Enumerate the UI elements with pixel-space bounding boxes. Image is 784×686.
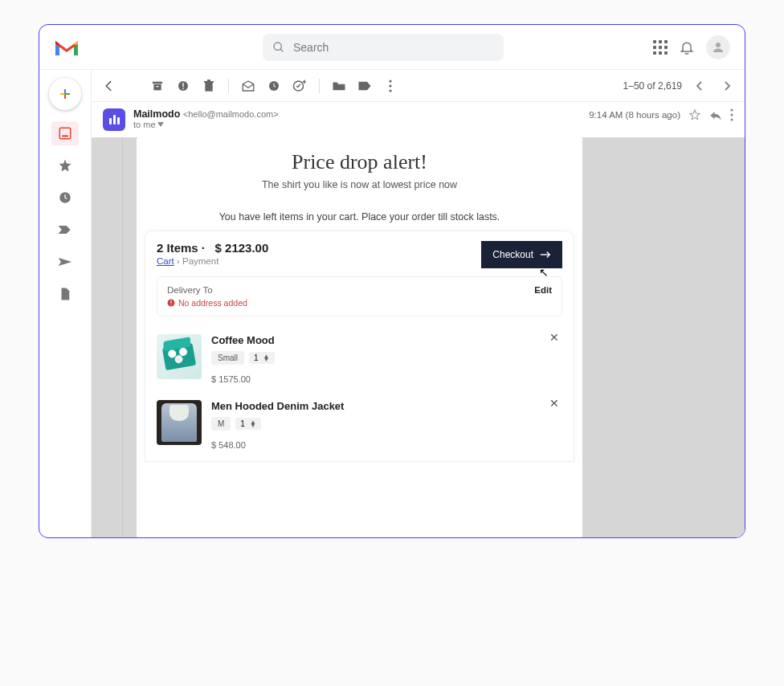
item-variant[interactable]: M [211, 417, 231, 431]
delivery-box: ↖ Delivery To No address added Edit [157, 276, 562, 316]
message-content: Price drop alert! The shirt you like is … [92, 137, 745, 537]
next-page-button[interactable] [717, 76, 737, 96]
cursor-icon: ↖ [539, 266, 549, 279]
item-remove-button[interactable]: ✕ [549, 397, 559, 410]
item-remove-button[interactable]: ✕ [549, 331, 559, 344]
sidebar-item-sent[interactable] [51, 250, 79, 274]
more-icon[interactable] [730, 108, 733, 121]
svg-point-2 [716, 43, 721, 47]
chevron-down-icon [157, 122, 164, 127]
plus-icon [57, 86, 73, 102]
mail-toolbar: 1–50 of 2,619 [92, 70, 745, 102]
message-header: Mailmodo <hello@mailmodo.com> to me 9:14… [92, 102, 745, 137]
label-icon [357, 80, 372, 92]
delivery-edit-button[interactable]: Edit [534, 285, 552, 308]
more-icon [389, 80, 392, 92]
svg-rect-14 [182, 83, 183, 87]
item-thumbnail [157, 334, 202, 379]
spam-icon [177, 80, 190, 92]
compose-button[interactable] [49, 78, 81, 110]
folder-icon [332, 80, 346, 92]
recipient-line[interactable]: to me [133, 120, 279, 129]
item-variant[interactable]: Small [211, 351, 244, 365]
top-bar: Search [39, 25, 745, 70]
snooze-button[interactable] [264, 76, 284, 96]
item-price: $ 1575.00 [211, 374, 562, 384]
svg-rect-12 [157, 86, 159, 87]
prev-page-button[interactable] [690, 76, 709, 96]
sidebar-item-drafts[interactable] [51, 282, 79, 306]
top-right-actions [653, 35, 730, 59]
task-button[interactable] [290, 76, 309, 96]
svg-rect-7 [59, 128, 71, 139]
gmail-logo [54, 38, 80, 57]
apps-icon[interactable] [653, 40, 668, 55]
mail-open-icon [241, 80, 255, 92]
trash-icon [203, 80, 214, 92]
reply-icon[interactable] [709, 109, 722, 120]
item-title: Coffee Mood [211, 334, 562, 346]
checkout-button[interactable]: Checkout [481, 241, 562, 268]
label-button[interactable] [355, 76, 374, 96]
search-input[interactable]: Search [263, 34, 504, 61]
chevron-right-icon [723, 80, 731, 92]
bell-icon[interactable] [679, 39, 695, 55]
account-avatar[interactable] [706, 35, 730, 59]
svg-rect-17 [204, 81, 214, 83]
breadcrumb-payment: Payment [182, 256, 218, 266]
archive-button[interactable] [148, 76, 167, 96]
warn-icon [167, 299, 175, 307]
svg-point-24 [389, 84, 391, 87]
delivery-warning: No address added [178, 298, 247, 308]
send-icon [57, 255, 73, 268]
cart-item-count: 2 Items · [157, 241, 205, 255]
chevron-left-icon [696, 80, 704, 92]
star-icon [58, 158, 72, 173]
move-button[interactable] [329, 76, 349, 96]
sidebar-item-snoozed[interactable] [51, 186, 79, 210]
arrow-left-icon [102, 79, 116, 93]
sidebar-item-inbox[interactable] [51, 121, 79, 145]
search-icon [272, 41, 285, 54]
item-price: $ 548.00 [211, 440, 562, 450]
svg-rect-31 [171, 300, 172, 304]
archive-icon [151, 80, 164, 92]
item-qty-stepper[interactable]: 1▲▼ [235, 418, 260, 430]
svg-rect-16 [205, 83, 212, 92]
cart-card: 2 Items · $ 2123.00 Cart › Payment Check… [145, 231, 574, 462]
svg-point-26 [730, 108, 733, 111]
sidebar-item-important[interactable] [51, 218, 79, 242]
pager-range: 1–50 of 2,619 [623, 80, 682, 92]
person-icon [711, 40, 725, 55]
breadcrumb-cart[interactable]: Cart [157, 256, 174, 266]
cart-item: Coffee Mood Small 1▲▼ $ 1575.00 ✕ [157, 329, 562, 395]
item-qty-stepper[interactable]: 1▲▼ [249, 352, 274, 364]
mark-unread-button[interactable] [239, 76, 258, 96]
svg-point-27 [730, 113, 733, 116]
delete-button[interactable] [199, 76, 218, 96]
cart-total: $ 2123.00 [215, 241, 269, 255]
sidebar-item-starred[interactable] [51, 153, 79, 178]
svg-point-28 [730, 118, 733, 120]
arrow-right-icon [540, 251, 551, 259]
svg-rect-8 [62, 135, 68, 137]
clock-icon [267, 80, 280, 92]
svg-line-1 [280, 49, 283, 51]
item-title: Men Hooded Denim Jacket [211, 400, 562, 412]
back-button[interactable] [100, 76, 119, 96]
pager: 1–50 of 2,619 [623, 76, 737, 96]
more-button[interactable] [381, 76, 400, 96]
search-placeholder: Search [293, 41, 329, 54]
email-heading: Price drop alert! [137, 150, 582, 174]
body: 1–50 of 2,619 Mailmodo <hello@mailmodo.c… [39, 70, 745, 537]
svg-point-25 [389, 89, 391, 92]
clock-icon [58, 190, 72, 205]
main-panel: 1–50 of 2,619 Mailmodo <hello@mailmodo.c… [91, 70, 745, 537]
svg-rect-10 [153, 81, 162, 84]
spam-button[interactable] [174, 76, 193, 96]
svg-rect-11 [153, 84, 161, 90]
svg-point-23 [389, 80, 391, 82]
sender-name: Mailmodo [133, 108, 180, 120]
important-icon [57, 223, 73, 236]
star-icon[interactable] [688, 108, 701, 121]
